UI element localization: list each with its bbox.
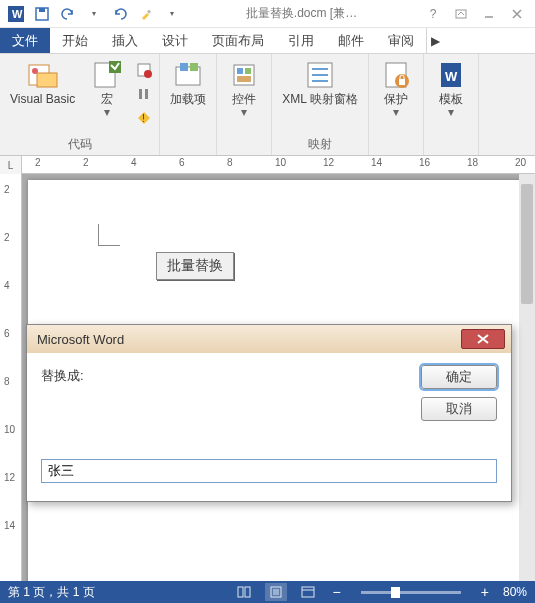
quick-access-toolbar: W ▾ ▾ [4,3,184,25]
visual-basic-label: Visual Basic [10,93,75,106]
print-layout-icon[interactable] [265,583,287,601]
tab-design[interactable]: 设计 [150,28,200,53]
tab-mailings[interactable]: 邮件 [326,28,376,53]
svg-rect-30 [399,79,405,85]
svg-rect-4 [147,9,151,13]
statusbar: 第 1 页，共 1 页 − + 80% [0,581,535,603]
redo-icon[interactable] [108,3,132,25]
web-layout-icon[interactable] [297,583,319,601]
svg-rect-23 [237,76,251,82]
group-protect-label [373,151,419,154]
window-controls: ? [419,3,531,25]
page-indicator[interactable]: 第 1 页，共 1 页 [8,584,95,601]
protect-button[interactable]: 保护 ▾ [373,57,419,135]
group-protect: 保护 ▾ [369,54,424,155]
word-app-icon[interactable]: W [4,3,28,25]
group-controls-label [221,151,267,154]
zoom-slider-knob[interactable] [391,587,400,598]
controls-icon [228,59,260,91]
svg-rect-22 [245,68,251,74]
tab-scroll-right-icon[interactable]: ▶ [426,28,444,53]
save-icon[interactable] [30,3,54,25]
svg-rect-21 [237,68,243,74]
svg-rect-39 [302,587,314,597]
addins-label: 加载项 [170,93,206,106]
cancel-button[interactable]: 取消 [421,397,497,421]
dialog-close-button[interactable] [461,329,505,349]
svg-rect-5 [456,10,466,18]
ruler-strip[interactable]: 22468101214161820 [22,156,535,173]
help-icon[interactable]: ? [419,3,447,25]
document-macro-button[interactable]: 批量替换 [156,252,234,280]
svg-rect-15 [145,89,148,99]
macros-dropdown-icon: ▾ [104,106,110,119]
tab-references[interactable]: 引用 [276,28,326,53]
controls-button[interactable]: 控件 ▾ [221,57,267,135]
dialog-input[interactable] [41,459,497,483]
read-mode-icon[interactable] [233,583,255,601]
svg-rect-33 [238,587,243,597]
zoom-slider[interactable] [361,591,461,594]
macro-security-icon[interactable]: ! [133,107,155,129]
svg-point-13 [144,70,152,78]
group-controls: 控件 ▾ [217,54,272,155]
protect-dropdown-icon: ▾ [393,106,399,119]
macros-icon [91,59,123,91]
visual-basic-button[interactable]: Visual Basic [4,57,81,135]
xml-mapping-icon [304,59,336,91]
svg-rect-14 [139,89,142,99]
tab-layout[interactable]: 页面布局 [200,28,276,53]
horizontal-ruler: L 22468101214161820 [0,156,535,174]
scrollbar-thumb[interactable] [521,184,533,304]
macros-button[interactable]: 宏 ▾ [85,57,129,135]
tab-insert[interactable]: 插入 [100,28,150,53]
close-icon[interactable] [503,3,531,25]
zoom-out-button[interactable]: − [329,584,345,600]
xml-mapping-label: XML 映射窗格 [282,93,358,106]
zoom-in-button[interactable]: + [477,584,493,600]
tab-review[interactable]: 审阅 [376,28,426,53]
visual-basic-icon [27,59,59,91]
tab-file[interactable]: 文件 [0,28,50,53]
highlight-icon[interactable] [134,3,158,25]
minimize-icon[interactable] [475,3,503,25]
dialog-title: Microsoft Word [37,332,461,347]
zoom-level[interactable]: 80% [503,585,527,599]
ribbon: Visual Basic 宏 ▾ ! 代码 加载项 [0,54,535,156]
addins-button[interactable]: 加载项 [164,57,212,135]
group-mapping-label: 映射 [276,135,364,155]
dialog-titlebar[interactable]: Microsoft Word [27,325,511,353]
record-macro-icon[interactable] [133,59,155,81]
svg-rect-3 [39,8,45,12]
ok-button[interactable]: 确定 [421,365,497,389]
svg-rect-19 [190,63,198,71]
svg-rect-11 [109,61,121,73]
dialog-buttons: 确定 取消 [421,365,497,421]
undo-icon[interactable] [56,3,80,25]
ribbon-options-icon[interactable] [447,3,475,25]
pause-macro-icon[interactable] [133,83,155,105]
svg-point-9 [32,68,38,74]
undo-dropdown-icon[interactable]: ▾ [82,3,106,25]
qat-dropdown-icon[interactable]: ▾ [160,3,184,25]
group-templates-label [428,151,474,154]
ruler-corner: L [0,156,22,174]
templates-icon: W [435,59,467,91]
vertical-ruler[interactable]: 22468101214 [0,174,22,581]
close-icon [476,334,490,344]
group-addins: 加载项 [160,54,217,155]
group-mapping: XML 映射窗格 映射 [272,54,369,155]
titlebar: W ▾ ▾ 批量替换.docm [兼… ? [0,0,535,28]
input-dialog: Microsoft Word 替换成: 确定 取消 [26,324,512,502]
group-code-label: 代码 [4,135,155,155]
addins-icon [172,59,204,91]
svg-text:W: W [12,8,23,20]
group-templates: W 模板 ▾ [424,54,479,155]
vertical-scrollbar[interactable] [519,174,535,581]
window-title: 批量替换.docm [兼… [184,5,419,22]
xml-mapping-button[interactable]: XML 映射窗格 [276,57,364,135]
svg-text:W: W [445,69,458,84]
templates-button[interactable]: W 模板 ▾ [428,57,474,135]
controls-dropdown-icon: ▾ [241,106,247,119]
tab-home[interactable]: 开始 [50,28,100,53]
